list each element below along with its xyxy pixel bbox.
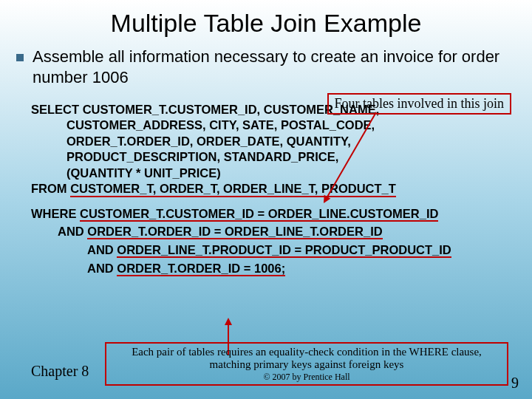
chapter-label: Chapter 8 <box>31 363 89 380</box>
sql-line: (QUANTITY * UNIT_PRICE) <box>31 166 508 181</box>
and-keyword: AND <box>87 243 117 256</box>
where-cond: CUSTOMER_T.CUSTOMER_ID = ORDER_LINE.CUST… <box>80 207 438 222</box>
where-cond: ORDER_T.ORDER_ID = ORDER_LINE_T.ORDER_ID <box>87 225 382 239</box>
bullet-icon <box>16 54 24 61</box>
sql-select-block: SELECT CUSTOMER_T.CUSTOMER_ID, CUSTOMER_… <box>31 102 508 197</box>
callout-bottom: Each pair of tables requires an equality… <box>105 342 508 386</box>
sql-from-tables: CUSTOMER_T, ORDER_T, ORDER_LINE_T, PRODU… <box>70 182 396 197</box>
callout-top: Four tables involved in this join <box>327 93 512 115</box>
page-number: 9 <box>511 375 519 392</box>
bullet-text: Assemble all information necessary to cr… <box>33 47 510 87</box>
sql-from-keyword: FROM <box>31 182 70 195</box>
and-keyword: AND <box>58 225 87 238</box>
sql-line: CUSTOMER_ADDRESS, CITY, SATE, POSTAL_COD… <box>31 117 508 133</box>
callout-bottom-line: Each pair of tables requires an equality… <box>112 346 501 358</box>
where-cond: ORDER_T.ORDER_ID = 1006; <box>117 262 285 276</box>
slide-title: Multiple Table Join Example <box>0 0 532 38</box>
where-cond: ORDER_LINE_T.PRODUCT_ID = PRODUCT_PRODUC… <box>117 243 451 258</box>
callout-bottom-line: matching primary keys against foreign ke… <box>112 358 501 371</box>
where-keyword: WHERE <box>31 207 80 220</box>
bullet-row: Assemble all information necessary to cr… <box>0 38 532 89</box>
copyright: © 2007 by Prentice Hall <box>112 372 501 383</box>
sql-line: PRODUCT_DESCRIPTION, STANDARD_PRICE, <box>31 149 508 165</box>
sql-line: ORDER_T.ORDER_ID, ORDER_DATE, QUANTITY, <box>31 134 508 149</box>
sql-where-block: WHERE CUSTOMER_T.CUSTOMER_ID = ORDER_LIN… <box>31 205 508 278</box>
and-keyword: AND <box>87 262 117 275</box>
